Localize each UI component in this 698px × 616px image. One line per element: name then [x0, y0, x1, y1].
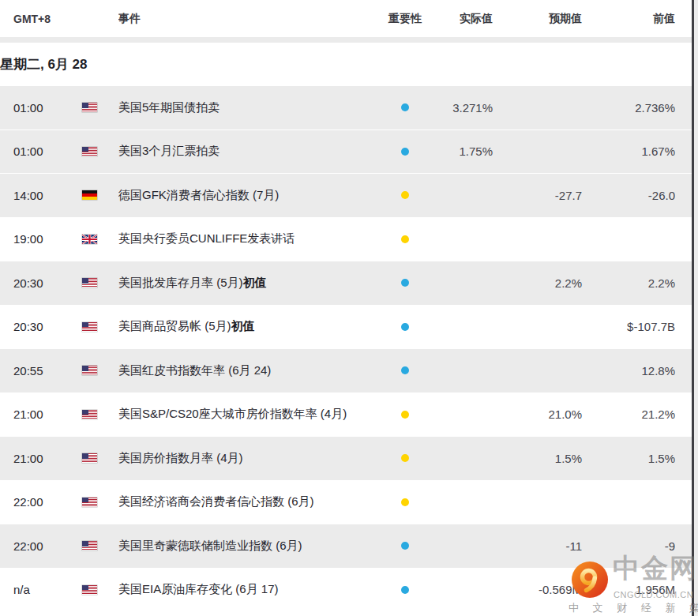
col-header-actual: 实际值	[431, 12, 493, 26]
flag-gb-icon	[82, 235, 97, 244]
row-time: 22:00	[0, 539, 69, 553]
cell-previous: 12.8%	[582, 364, 675, 377]
event-cell: 美国EIA原油库存变化 (6月 17)	[118, 582, 379, 597]
event-text: 美国经济谘商会消费者信心指数 (6月)	[118, 494, 314, 508]
row-time: 22:00	[0, 495, 69, 509]
event-cell: 美国3个月汇票拍卖	[118, 144, 379, 159]
event-cell: 美国5年期国债拍卖	[118, 100, 379, 115]
cell-forecast: -11	[493, 539, 582, 553]
importance-dot-blue	[401, 148, 409, 156]
importance-cell	[379, 279, 431, 287]
event-text: 美国红皮书指数年率 (6月 24)	[118, 363, 271, 377]
flag-slot	[69, 453, 118, 463]
header-separator	[0, 37, 698, 43]
cell-forecast: -0.569M	[493, 583, 582, 596]
calendar-row[interactable]: 22:00 美国经济谘商会消费者信心指数 (6月)	[0, 480, 692, 524]
flag-slot	[69, 278, 118, 287]
event-text: 英国央行委员CUNLIFFE发表讲话	[118, 231, 295, 245]
col-header-importance: 重要性	[379, 12, 431, 26]
calendar-row[interactable]: 21:00 美国房价指数月率 (4月) 1.5% 1.5%	[0, 436, 692, 480]
importance-cell	[379, 191, 431, 199]
flag-slot	[69, 190, 118, 200]
row-time: 20:30	[0, 276, 69, 290]
flag-slot	[69, 103, 118, 112]
col-header-event: 事件	[118, 12, 379, 26]
importance-cell	[379, 586, 431, 594]
importance-dot-blue	[401, 366, 409, 374]
importance-dot-blue	[401, 323, 409, 331]
flag-us-icon	[82, 103, 97, 112]
cell-actual: 1.75%	[431, 145, 493, 158]
event-text: 德国GFK消费者信心指数 (7月)	[118, 188, 279, 201]
cell-forecast: 21.0%	[493, 408, 582, 421]
flag-us-icon	[82, 322, 97, 332]
flag-us-icon	[82, 541, 97, 550]
event-cell: 美国经济谘商会消费者信心指数 (6月)	[118, 494, 379, 509]
cell-previous: -9	[582, 539, 675, 553]
flag-slot	[69, 541, 118, 550]
importance-cell	[379, 411, 431, 419]
flag-us-icon	[82, 366, 97, 375]
event-text: 美国S&P/CS20座大城市房价指数年率 (4月)	[118, 407, 347, 420]
importance-cell	[379, 235, 431, 243]
flag-slot	[69, 585, 118, 595]
flag-slot	[69, 410, 118, 419]
flag-slot	[69, 498, 118, 507]
row-time: 21:00	[0, 408, 69, 421]
flag-slot	[69, 366, 118, 375]
row-time: 20:30	[0, 320, 69, 333]
event-cell: 美国批发库存月率 (5月)初值	[118, 276, 379, 291]
calendar-row[interactable]: 20:55 美国红皮书指数年率 (6月 24) 12.8%	[0, 348, 692, 393]
cell-previous: 1.5%	[582, 452, 675, 465]
row-time: 01:00	[0, 145, 69, 158]
importance-cell	[379, 103, 431, 111]
event-cell: 美国S&P/CS20座大城市房价指数年率 (4月)	[118, 407, 379, 422]
calendar-row[interactable]: 19:00 英国央行委员CUNLIFFE发表讲话	[0, 217, 692, 261]
event-cell: 美国商品贸易帐 (5月)初值	[118, 319, 379, 334]
importance-dot-yellow	[401, 454, 409, 462]
flag-us-icon	[82, 278, 97, 287]
table-header: GMT+8 事件 重要性 实际值 预期值 前值	[0, 0, 692, 37]
event-text: 美国房价指数月率 (4月)	[118, 451, 243, 464]
row-time: 14:00	[0, 189, 69, 202]
row-time: 20:55	[0, 364, 69, 377]
calendar-row[interactable]: n/a 美国EIA原油库存变化 (6月 17) -0.569M 1.956M	[0, 568, 692, 612]
event-text: 美国EIA原油库存变化 (6月 17)	[118, 582, 279, 595]
col-header-previous: 前值	[582, 12, 675, 26]
event-cell: 美国房价指数月率 (4月)	[118, 451, 379, 466]
flag-us-icon	[82, 453, 97, 463]
calendar-row[interactable]: 20:30 美国商品贸易帐 (5月)初值 $-107.7B	[0, 305, 692, 349]
flag-us-icon	[82, 498, 97, 507]
event-text: 美国商品贸易帐 (5月)	[118, 319, 231, 332]
importance-dot-blue	[401, 542, 409, 550]
flag-us-icon	[82, 147, 97, 156]
cell-previous: 21.2%	[582, 408, 675, 421]
importance-cell	[379, 542, 431, 550]
row-time: 01:00	[0, 101, 69, 115]
calendar-row[interactable]: 20:30 美国批发库存月率 (5月)初值 2.2% 2.2%	[0, 261, 692, 305]
cell-actual: 3.271%	[431, 101, 493, 115]
col-header-timezone: GMT+8	[0, 13, 69, 25]
event-cell: 美国红皮书指数年率 (6月 24)	[118, 363, 379, 378]
cell-forecast: -27.7	[493, 189, 582, 202]
calendar-row[interactable]: 01:00 美国5年期国债拍卖 3.271% 2.736%	[0, 85, 692, 130]
event-text: 美国5年期国债拍卖	[118, 100, 220, 114]
importance-cell	[379, 498, 431, 506]
calendar-row[interactable]: 22:00 美国里奇蒙德联储制造业指数 (6月) -11 -9	[0, 524, 692, 568]
importance-dot-yellow	[401, 411, 409, 419]
flag-slot	[69, 147, 118, 156]
economic-calendar: GMT+8 事件 重要性 实际值 预期值 前值 星期二, 6月 28 01:00…	[0, 0, 698, 616]
col-header-forecast: 预期值	[493, 12, 582, 26]
calendar-row[interactable]: 21:00 美国S&P/CS20座大城市房价指数年率 (4月) 21.0% 21…	[0, 393, 692, 437]
importance-cell	[379, 366, 431, 374]
calendar-row[interactable]: 14:00 德国GFK消费者信心指数 (7月) -27.7 -26.0	[0, 173, 692, 217]
flag-slot	[69, 322, 118, 332]
importance-cell	[379, 323, 431, 331]
event-cell: 美国里奇蒙德联储制造业指数 (6月)	[118, 539, 379, 554]
event-bold: 初值	[231, 319, 255, 332]
calendar-row[interactable]: 01:00 美国3个月汇票拍卖 1.75% 1.67%	[0, 130, 692, 174]
importance-cell	[379, 454, 431, 462]
event-text: 美国批发库存月率 (5月)	[118, 276, 243, 289]
event-cell: 德国GFK消费者信心指数 (7月)	[118, 188, 379, 203]
scrollbar-track[interactable]	[694, 0, 698, 616]
